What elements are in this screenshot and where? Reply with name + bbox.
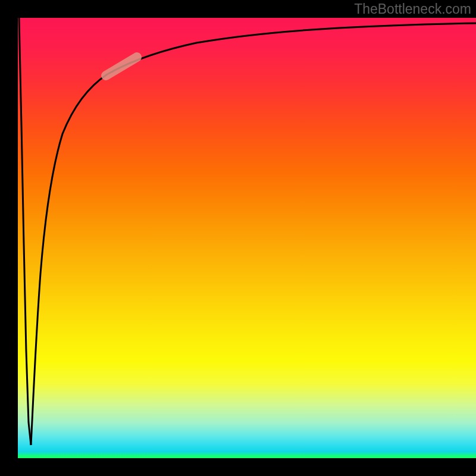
curve-ascending — [31, 23, 476, 445]
watermark-text: TheBottleneck.com — [354, 1, 471, 17]
plot-gradient-area — [18, 18, 476, 458]
curve-svg — [18, 18, 476, 458]
curve-marker — [106, 57, 137, 76]
curve-descending — [19, 18, 31, 445]
